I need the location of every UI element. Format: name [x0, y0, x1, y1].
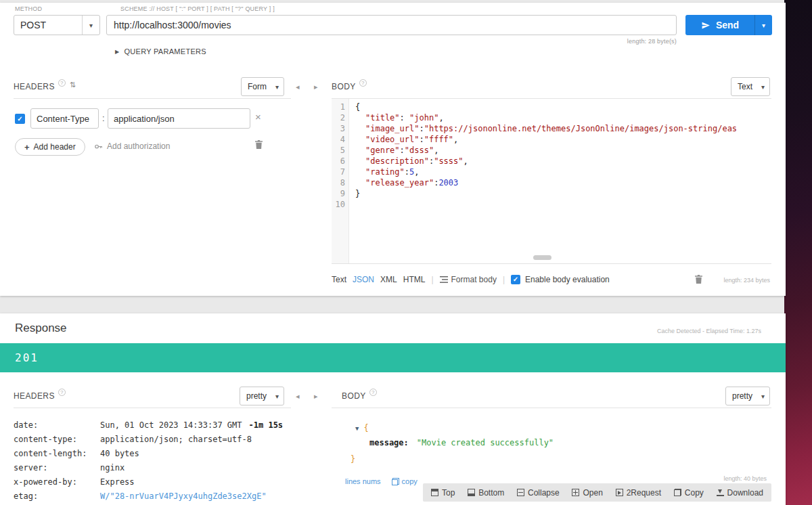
header-row-enabled-checkbox[interactable]: ✓	[15, 114, 25, 124]
code-token: "ffff"	[424, 135, 453, 144]
request-body-panel-header: BODY Text ▾	[332, 74, 771, 99]
remove-header-icon[interactable]: ×	[255, 111, 261, 123]
body-type-text[interactable]: Text	[332, 275, 346, 284]
expand-right-panel-icon[interactable]: ▸	[314, 83, 318, 91]
json-tree-entry: message:"Movie created successfully"	[369, 438, 554, 447]
code-line-5: "genre":"dsss",	[355, 145, 771, 156]
header-name-input[interactable]	[30, 108, 99, 129]
help-icon[interactable]	[58, 79, 66, 87]
send-button-main[interactable]: Send	[685, 15, 754, 35]
response-header-name: content-length:	[14, 447, 100, 461]
code-token: ,	[414, 167, 419, 177]
body-type-html[interactable]: HTML	[403, 275, 426, 284]
editor-code-area[interactable]: { "title": "john", "image_url":"https://…	[350, 99, 771, 263]
scroll-bottom-button[interactable]: Bottom	[468, 488, 504, 498]
code-token: ,	[464, 156, 468, 166]
chevron-down-icon: ▾	[761, 83, 769, 91]
copy-link[interactable]: copy	[392, 477, 418, 485]
top-label: Top	[442, 488, 455, 498]
code-token: {	[355, 102, 360, 112]
sort-headers-icon[interactable]: ⇅	[70, 81, 76, 89]
send-button[interactable]: Send ▾	[685, 15, 772, 35]
response-headers-view-dropdown[interactable]: pretty ▾	[240, 387, 284, 405]
code-line-4: "video_url":"ffff",	[355, 134, 771, 145]
body-title: BODY	[332, 82, 356, 91]
body-title: BODY	[342, 391, 366, 401]
request-body-editor[interactable]: 1 2 3 4 5 6 7 8 9 10 { "title": "john", …	[332, 99, 771, 264]
request-headers-panel-header: HEADERS ⇅ Form ▾	[14, 74, 291, 99]
response-header-value: 40 bytes	[100, 447, 139, 461]
headers-view-dropdown[interactable]: Form ▾	[241, 77, 284, 96]
code-line-1: {	[355, 102, 771, 112]
code-line-2: "title": "john",	[355, 112, 771, 123]
scroll-top-button[interactable]: Top	[431, 488, 455, 498]
code-token: ,	[434, 146, 438, 155]
code-token: :	[400, 146, 405, 155]
code-token: "title"	[365, 113, 400, 123]
divider: |	[431, 275, 433, 284]
response-header-name: etag:	[14, 489, 100, 504]
code-token: "https://jsononline.net/themes/JsonOnlin…	[424, 124, 737, 133]
body-type-json[interactable]: JSON	[353, 275, 374, 284]
open-all-button[interactable]: Open	[572, 488, 602, 498]
line-number: 10	[332, 199, 345, 210]
copy-button[interactable]: Copy	[674, 488, 704, 498]
status-bar: 201	[0, 343, 786, 372]
send-icon	[701, 21, 710, 30]
clear-body-trash-icon[interactable]	[695, 275, 702, 286]
add-authorization-label: Add authorization	[107, 141, 170, 151]
send-options-button[interactable]: ▾	[754, 15, 772, 35]
chevron-down-icon: ▾	[82, 16, 99, 35]
body-evaluation-toggle[interactable]: ✓ Enable body evaluation	[511, 275, 610, 284]
response-header-value: Express	[100, 475, 135, 489]
collapse-left-panel-icon[interactable]: ◂	[296, 392, 300, 401]
response-body-view-value: pretty	[726, 391, 761, 401]
copy-icon	[392, 478, 399, 485]
bottom-label: Bottom	[478, 488, 504, 498]
header-value-input[interactable]	[108, 108, 250, 129]
clear-headers-trash-icon[interactable]	[255, 139, 263, 152]
json-key: message:	[369, 438, 409, 447]
response-body-view-dropdown[interactable]: pretty ▾	[725, 387, 770, 405]
code-token: "ssss"	[434, 156, 463, 166]
line-number: 7	[332, 167, 345, 177]
plus-icon: +	[24, 142, 30, 152]
lines-nums-link[interactable]: lines nums	[345, 477, 381, 485]
download-button[interactable]: Download	[717, 488, 763, 498]
download-label: Download	[727, 488, 763, 498]
evaluation-checkbox[interactable]: ✓	[511, 275, 520, 284]
editor-horizontal-scrollbar[interactable]	[533, 255, 551, 260]
open-brace: {	[363, 423, 368, 433]
code-token: ,	[453, 135, 458, 144]
body-type-xml[interactable]: XML	[380, 275, 397, 284]
method-dropdown[interactable]: POST ▾	[14, 15, 100, 35]
response-header-value: application/json; charset=utf-8	[100, 433, 252, 447]
help-icon[interactable]	[58, 389, 66, 396]
code-token: "dsss"	[405, 146, 434, 155]
add-authorization-button[interactable]: Add authorization	[94, 141, 170, 151]
chevron-right-icon: ▶	[115, 49, 119, 55]
expand-right-panel-icon[interactable]: ▸	[314, 392, 318, 401]
line-number: 6	[332, 156, 345, 167]
response-body-panel-header: BODY pretty ▾	[332, 384, 771, 408]
add-header-button[interactable]: + Add header	[15, 138, 85, 156]
collapse-left-panel-icon[interactable]: ◂	[296, 83, 300, 91]
body-view-dropdown[interactable]: Text ▾	[731, 77, 770, 96]
response-header-value: Sun, 01 Oct 2023 14:33:37 GMT	[100, 418, 242, 433]
url-input[interactable]	[106, 15, 677, 35]
code-token: "john"	[409, 113, 438, 123]
help-icon[interactable]	[359, 79, 367, 87]
code-token: "genre"	[365, 146, 400, 155]
code-token: ,	[438, 113, 443, 123]
headers-title: HEADERS	[14, 82, 55, 91]
collapse-all-button[interactable]: Collapse	[517, 488, 560, 498]
code-token: :	[419, 124, 424, 133]
format-body-button[interactable]: Format body	[440, 275, 497, 284]
help-icon[interactable]	[369, 389, 377, 396]
collapse-node-icon[interactable]: ▼	[355, 425, 359, 432]
line-number: 8	[332, 177, 345, 188]
to-request-button[interactable]: 2Request	[616, 488, 661, 498]
query-parameters-toggle[interactable]: ▶ QUERY PARAMETERS	[115, 47, 206, 56]
code-token: 2003	[438, 178, 458, 188]
copy-icon	[674, 489, 681, 496]
